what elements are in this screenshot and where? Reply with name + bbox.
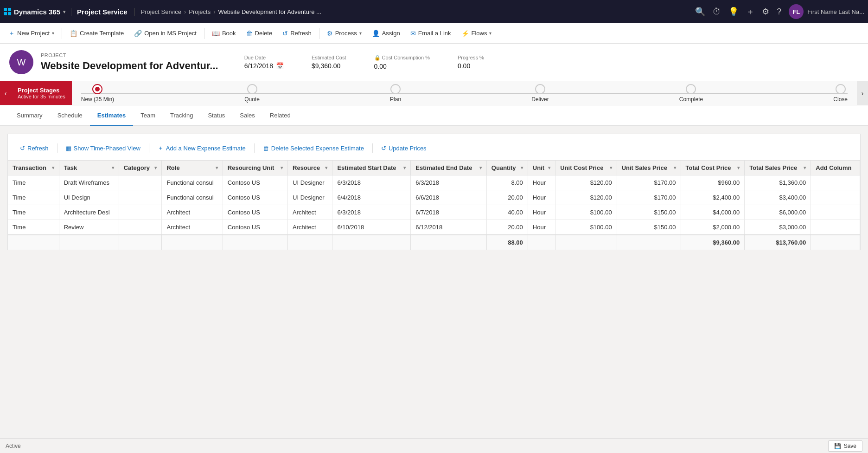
app-name: Project Service [77, 8, 135, 16]
refresh-button[interactable]: ↺ Refresh [278, 27, 316, 40]
help-icon[interactable]: 💡 [728, 6, 739, 17]
project-label: PROJECT [41, 52, 218, 58]
new-project-button[interactable]: ＋ New Project ▾ [4, 26, 59, 40]
cell-total-sales-price: $6,000.00 [745, 205, 811, 220]
stage-label-new: New (35 Min) [81, 96, 114, 103]
col-est-end-date[interactable]: Estimated End Date▾ [411, 161, 487, 175]
cell-total-sales-price: $3,000.00 [745, 220, 811, 235]
col-quantity[interactable]: Quantity▾ [486, 161, 528, 175]
project-header: W PROJECT Website Development for Advent… [0, 44, 868, 81]
delete-button[interactable]: 🗑 Delete [242, 27, 277, 40]
book-button[interactable]: 📖 Book [207, 27, 241, 40]
cell-add-column [811, 220, 860, 235]
stage-section-label: Project Stages [18, 87, 65, 94]
stage-step-plan[interactable]: Plan [390, 84, 401, 103]
tab-tracking[interactable]: Tracking [163, 105, 200, 126]
stage-nav-right-button[interactable]: › [857, 81, 868, 105]
col-role[interactable]: Role▾ [162, 161, 223, 175]
col-resource[interactable]: Resource▾ [288, 161, 332, 175]
stage-step-complete[interactable]: Complete [679, 84, 703, 103]
stage-step-deliver[interactable]: Deliver [531, 84, 549, 103]
progress-label: Progress % [458, 55, 484, 60]
cell-quantity: 40.00 [486, 205, 528, 220]
col-total-sales-price[interactable]: Total Sales Price▾ [745, 161, 811, 175]
assign-button[interactable]: 👤 Assign [367, 27, 405, 40]
table-footer-row: 88.00 $9,360.00 $13,760.00 [8, 235, 860, 250]
delete-expense-label: Delete Selected Expense Estimate [271, 145, 364, 152]
search-icon[interactable]: 🔍 [695, 6, 705, 17]
cell-category [119, 220, 162, 235]
cell-task: UI Design [59, 190, 119, 205]
settings-icon[interactable]: ⚙ [762, 6, 769, 17]
update-prices-label: Update Prices [389, 145, 427, 152]
col-unit-sales-price[interactable]: Unit Sales Price▾ [617, 161, 681, 175]
stage-label-deliver: Deliver [531, 96, 549, 103]
create-template-button[interactable]: 📋 Create Template [65, 27, 128, 40]
delete-expense-icon: 🗑 [263, 145, 269, 152]
est-sep-4 [372, 143, 373, 153]
email-link-button[interactable]: ✉ Email a Link [406, 27, 456, 40]
col-category[interactable]: Category▾ [119, 161, 162, 175]
cell-total-cost-price: $4,000.00 [681, 205, 745, 220]
est-sep-3 [254, 143, 255, 153]
delete-icon: 🗑 [246, 30, 253, 37]
save-button[interactable]: 💾 Save [828, 440, 862, 444]
col-total-cost-price[interactable]: Total Cost Price▾ [681, 161, 745, 175]
process-button[interactable]: ⚙ Process ▾ [322, 27, 366, 40]
cell-resourcing-unit: Contoso US [223, 220, 287, 235]
stage-nav-left-button[interactable]: ‹ [0, 81, 11, 105]
table-row: TimeReviewArchitectContoso USArchitect6/… [8, 220, 860, 235]
cell-unit: Hour [528, 220, 555, 235]
assign-label: Assign [382, 30, 400, 37]
tab-summary[interactable]: Summary [9, 105, 50, 126]
col-unit-cost-price[interactable]: Unit Cost Price▾ [555, 161, 617, 175]
tab-status[interactable]: Status [200, 105, 232, 126]
open-ms-project-button[interactable]: 🔗 Open in MS Project [129, 27, 201, 40]
recent-icon[interactable]: ⏱ [713, 7, 721, 17]
footer-quantity: 88.00 [486, 235, 528, 250]
stage-step-new[interactable]: New (35 Min) [81, 84, 114, 103]
tab-team[interactable]: Team [133, 105, 163, 126]
stage-step-quote[interactable]: Quote [244, 84, 260, 103]
estimates-refresh-button[interactable]: ↺ Refresh [15, 142, 53, 154]
tab-sales[interactable]: Sales [232, 105, 262, 126]
delete-expense-button[interactable]: 🗑 Delete Selected Expense Estimate [258, 142, 369, 154]
open-ms-project-label: Open in MS Project [144, 30, 197, 37]
col-unit[interactable]: Unit▾ [528, 161, 555, 175]
cell-total-sales-price: $1,360.00 [745, 175, 811, 190]
brand-dynamics365[interactable]: Dynamics 365 ▾ [4, 8, 71, 16]
footer-category [119, 235, 162, 250]
estimates-table-wrapper: Transaction▾ Task▾ Category▾ Role▾ [8, 161, 860, 250]
breadcrumb-projects[interactable]: Projects [189, 8, 211, 15]
table-row: TimeDraft WireframesFunctional consulCon… [8, 175, 860, 190]
tab-estimates[interactable]: Estimates [90, 105, 133, 126]
add-expense-button[interactable]: ＋ Add a New Expense Estimate [153, 142, 250, 155]
lock-icon: 🔒 [374, 55, 381, 60]
email-link-label: Email a Link [418, 30, 451, 37]
tab-related[interactable]: Related [262, 105, 298, 126]
col-add-column[interactable]: Add Column [811, 161, 860, 175]
progress-value: 0.00 [458, 62, 484, 70]
add-icon[interactable]: ＋ [746, 6, 754, 17]
user-avatar[interactable]: FL [789, 4, 804, 19]
flows-chevron: ▾ [489, 31, 491, 36]
col-task[interactable]: Task▾ [59, 161, 119, 175]
breadcrumb-ps[interactable]: Project Service [140, 8, 181, 15]
user-name[interactable]: First Name Last Na... [807, 8, 864, 15]
col-est-start-date[interactable]: Estimated Start Date▾ [332, 161, 411, 175]
update-prices-button[interactable]: ↺ Update Prices [377, 142, 431, 154]
col-transaction[interactable]: Transaction▾ [8, 161, 59, 175]
cell-est-end-date: 6/12/2018 [411, 220, 487, 235]
table-header-row: Transaction▾ Task▾ Category▾ Role▾ [8, 161, 860, 175]
cell-total-sales-price: $3,400.00 [745, 190, 811, 205]
cell-unit-sales-price: $150.00 [617, 220, 681, 235]
show-time-phased-button[interactable]: ▦ Show Time-Phased View [61, 142, 145, 154]
flows-button[interactable]: ⚡ Flows ▾ [457, 27, 497, 40]
stage-step-close[interactable]: Close [833, 84, 848, 103]
question-icon[interactable]: ? [777, 7, 781, 17]
cell-role: Architect [162, 205, 223, 220]
cmd-sep-3 [319, 28, 319, 39]
cell-total-cost-price: $2,000.00 [681, 220, 745, 235]
tab-schedule[interactable]: Schedule [50, 105, 90, 126]
col-resourcing-unit[interactable]: Resourcing Unit▾ [223, 161, 287, 175]
